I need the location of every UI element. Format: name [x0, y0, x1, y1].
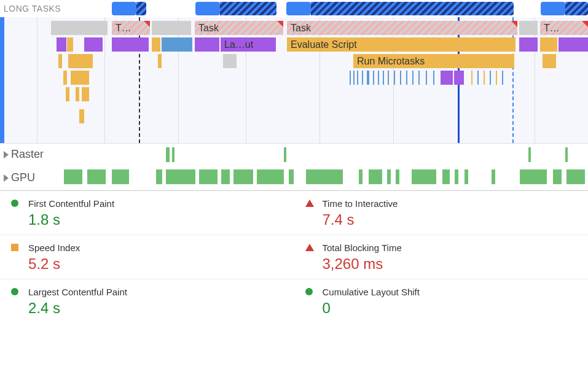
metric-si[interactable]: Speed Index 5.2 s	[0, 235, 294, 279]
long-task-corner-icon	[511, 21, 517, 27]
long-task-corner-icon	[582, 21, 588, 27]
flame-segment[interactable]	[112, 37, 149, 52]
gpu-bar[interactable]	[412, 169, 436, 184]
flame-segment[interactable]	[84, 37, 103, 52]
flame-segment[interactable]	[519, 37, 538, 52]
flame-segment[interactable]	[67, 37, 73, 52]
raster-bar[interactable]	[528, 147, 531, 162]
long-task-bar[interactable]	[286, 2, 311, 15]
long-tasks-track[interactable]: LONG TASKS	[0, 0, 588, 17]
flame-segment[interactable]: Run Microtasks	[353, 54, 514, 68]
long-task-bar-over[interactable]	[311, 2, 514, 15]
flame-segment[interactable]	[195, 37, 219, 52]
flame-segment[interactable]: La…ut	[221, 37, 276, 52]
main-thread-flame-chart[interactable]: T… Task Task T… La…ut Evaluate Script	[0, 17, 588, 144]
metric-tti[interactable]: Time to Interactive 7.4 s	[294, 191, 589, 235]
metric-fcp[interactable]: First Contentful Paint 1.8 s	[0, 191, 294, 235]
gpu-bar[interactable]	[306, 169, 343, 184]
gpu-bar[interactable]	[166, 169, 195, 184]
flame-segment[interactable]: Evaluate Script	[287, 37, 515, 52]
metric-lcp[interactable]: Largest Contentful Paint 2.4 s	[0, 279, 294, 323]
long-task-bar[interactable]	[112, 2, 136, 15]
long-task-bar[interactable]	[195, 2, 220, 15]
gpu-bar[interactable]	[442, 169, 450, 184]
stripe-group[interactable]	[348, 71, 514, 85]
metric-label: Largest Contentful Paint	[28, 287, 127, 297]
gpu-bar[interactable]	[87, 169, 106, 184]
gpu-bar[interactable]	[387, 169, 391, 184]
microtasks-label: Run Microtasks	[357, 56, 425, 67]
task-label: T…	[544, 23, 560, 34]
gpu-bar[interactable]	[455, 169, 458, 184]
flame-segment[interactable]	[152, 37, 160, 52]
flame-segment[interactable]	[158, 54, 162, 68]
flame-segment[interactable]	[63, 71, 67, 85]
task-segment[interactable]	[519, 21, 538, 35]
gpu-bar[interactable]	[112, 169, 129, 184]
status-poor-icon	[305, 244, 314, 251]
flame-segment[interactable]	[82, 87, 89, 101]
metric-label: Speed Index	[28, 243, 80, 253]
flame-segment[interactable]	[79, 109, 84, 123]
gpu-bar[interactable]	[359, 169, 363, 184]
flame-segment[interactable]	[223, 54, 237, 68]
flame-segment[interactable]	[162, 37, 192, 52]
long-task-bar-over[interactable]	[136, 2, 146, 15]
gpu-bar[interactable]	[465, 169, 468, 184]
status-good-icon	[11, 200, 18, 207]
long-task-bar-over[interactable]	[220, 2, 276, 15]
long-task-bar-over[interactable]	[565, 2, 588, 15]
expand-caret-icon[interactable]	[4, 174, 9, 182]
raster-bar[interactable]	[284, 147, 286, 162]
gpu-track[interactable]: GPU	[0, 166, 588, 190]
task-segment[interactable]: Task	[195, 21, 283, 35]
raster-bar[interactable]	[166, 147, 170, 162]
metrics-panel: First Contentful Paint 1.8 s Time to Int…	[0, 190, 588, 323]
gpu-bar[interactable]	[553, 169, 562, 184]
flame-segment[interactable]	[57, 37, 66, 52]
gpu-bar[interactable]	[566, 169, 585, 184]
gpu-label: GPU	[11, 171, 35, 184]
long-task-corner-icon	[144, 21, 150, 27]
task-segment[interactable]	[51, 21, 108, 35]
gpu-bar[interactable]	[520, 169, 547, 184]
metric-tbt[interactable]: Total Blocking Time 3,260 ms	[294, 235, 589, 279]
flame-segment[interactable]	[66, 87, 69, 101]
long-task-bar[interactable]	[541, 2, 565, 15]
flame-segment[interactable]	[543, 54, 556, 68]
gpu-bar[interactable]	[64, 169, 82, 184]
gpu-bar[interactable]	[199, 169, 218, 184]
metric-label: First Contentful Paint	[28, 198, 114, 209]
task-segment[interactable]: Task	[287, 21, 517, 35]
gpu-bar[interactable]	[492, 169, 495, 184]
gpu-bar[interactable]	[233, 169, 253, 184]
gpu-bar[interactable]	[221, 169, 230, 184]
gpu-bar[interactable]	[289, 169, 294, 184]
raster-label: Raster	[11, 148, 44, 161]
metric-value: 5.2 s	[28, 255, 80, 273]
flame-segment[interactable]	[76, 87, 79, 101]
metric-label: Time to Interactive	[323, 198, 398, 209]
raster-bar[interactable]	[565, 147, 568, 162]
long-tasks-label: LONG TASKS	[0, 4, 111, 14]
task-segment[interactable]: T…	[112, 21, 150, 35]
task-segment[interactable]: T…	[540, 21, 588, 35]
task-label: Task	[198, 23, 219, 34]
thread-indicator	[0, 17, 4, 143]
flame-segment[interactable]	[559, 37, 588, 52]
task-segment[interactable]	[152, 21, 191, 35]
gpu-bar[interactable]	[156, 169, 162, 184]
raster-bar[interactable]	[172, 147, 174, 162]
flame-segment[interactable]	[540, 37, 557, 52]
gpu-bar[interactable]	[369, 169, 382, 184]
metric-value: 3,260 ms	[323, 255, 402, 273]
raster-track[interactable]: Raster	[0, 144, 588, 166]
flame-segment[interactable]	[71, 71, 89, 85]
status-good-icon	[305, 288, 313, 295]
flame-segment[interactable]	[58, 54, 62, 68]
flame-segment[interactable]	[68, 54, 93, 68]
gpu-bar[interactable]	[396, 169, 399, 184]
gpu-bar[interactable]	[257, 169, 284, 184]
metric-cls[interactable]: Cumulative Layout Shift 0	[294, 279, 589, 323]
expand-caret-icon[interactable]	[4, 151, 9, 158]
